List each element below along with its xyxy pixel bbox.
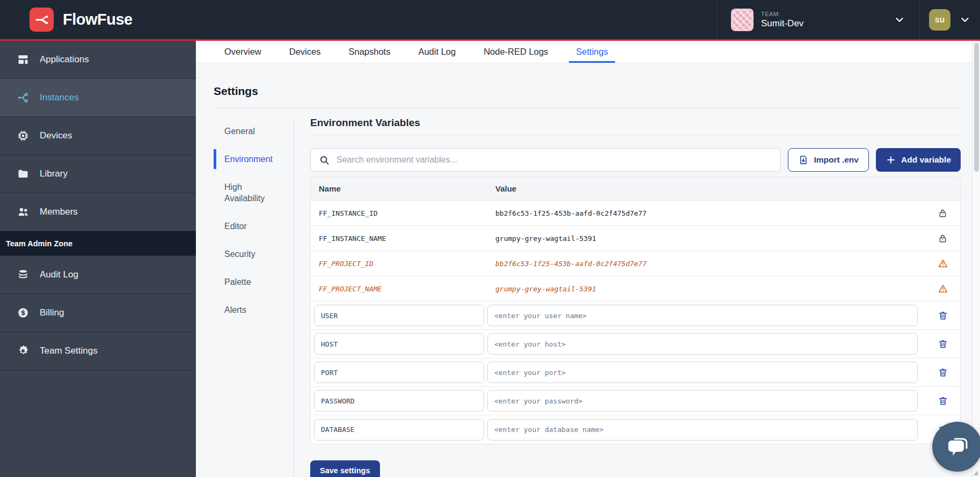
chip-icon: [17, 129, 30, 142]
settings-nav-alerts[interactable]: Alerts: [214, 304, 294, 315]
svg-text:$: $: [21, 309, 26, 317]
team-avatar: [731, 9, 754, 31]
env-name-input[interactable]: [314, 333, 484, 355]
database-icon: [17, 268, 30, 281]
brand[interactable]: FlowFuse: [0, 8, 133, 32]
brand-name: FlowFuse: [63, 11, 133, 28]
dollar-icon: $: [17, 306, 30, 319]
trash-icon: [938, 339, 948, 349]
column-header-name: Name: [311, 184, 487, 193]
tab-overview[interactable]: Overview: [217, 41, 268, 63]
active-indicator: [214, 149, 216, 169]
search-input[interactable]: [311, 149, 780, 171]
plus-icon: [886, 155, 896, 165]
import-env-button[interactable]: Import .env: [788, 148, 869, 172]
applications-icon: [17, 53, 30, 66]
table-row: [311, 330, 960, 358]
scrollbar[interactable]: [972, 41, 980, 477]
delete-variable-button[interactable]: [935, 336, 951, 352]
table-row: FF_PROJECT_NAME grumpy-grey-wagtail-5391: [311, 276, 960, 302]
sidebar-item-instances[interactable]: Instances: [0, 79, 196, 117]
divider: [310, 135, 961, 135]
scrollbar-thumb[interactable]: [974, 43, 979, 172]
instances-icon: [17, 91, 30, 104]
env-toolbar: Import .env Add variable: [310, 148, 961, 172]
chevron-down-icon: [959, 14, 971, 26]
folder-icon: [17, 167, 30, 180]
user-avatar: su: [929, 9, 950, 31]
settings-nav: General Environment High Availability Ed…: [214, 117, 294, 477]
env-value-input[interactable]: [487, 305, 918, 326]
table-row: FF_INSTANCE_NAME grumpy-grey-wagtail-539…: [311, 226, 960, 251]
table-row: FF_PROJECT_ID bb2f6c53-1f25-453b-aafd-0c…: [311, 251, 960, 276]
settings-nav-high-availability[interactable]: High Availability: [214, 181, 283, 204]
env-name-input[interactable]: [314, 362, 484, 383]
import-file-icon: [798, 155, 809, 165]
top-bar: FlowFuse TEAM: Sumit-Dev su: [0, 0, 980, 39]
settings-nav-palette[interactable]: Palette: [214, 276, 294, 288]
env-value-input[interactable]: [487, 333, 918, 355]
column-header-value: Value: [487, 184, 925, 193]
panel-title: Environment Variables: [310, 117, 961, 129]
team-selector[interactable]: TEAM: Sumit-Dev: [717, 0, 919, 39]
env-name-input[interactable]: [314, 305, 484, 326]
env-name-input[interactable]: [314, 390, 484, 412]
user-menu[interactable]: su: [920, 0, 980, 39]
chat-bubble-icon: [945, 434, 970, 460]
sidebar-item-billing[interactable]: $ Billing: [0, 294, 196, 332]
lock-icon: [938, 208, 948, 218]
sidebar-item-library[interactable]: Library: [0, 155, 196, 193]
warning-icon: [938, 258, 948, 269]
sidebar-item-devices[interactable]: Devices: [0, 117, 196, 155]
delete-variable-button[interactable]: [935, 393, 951, 409]
add-variable-button[interactable]: Add variable: [876, 148, 961, 172]
environment-variables-panel: Environment Variables Import .env Add va…: [310, 117, 961, 477]
team-name: Sumit-Dev: [761, 18, 886, 29]
users-icon: [17, 206, 30, 218]
delete-variable-button[interactable]: [935, 364, 951, 380]
save-settings-button[interactable]: Save settings: [310, 460, 380, 477]
team-admin-zone-label: Team Admin Zone: [0, 231, 196, 256]
tab-settings[interactable]: Settings: [569, 41, 615, 63]
tab-devices[interactable]: Devices: [282, 41, 328, 63]
search-box: [310, 148, 781, 172]
env-value-input[interactable]: [487, 390, 918, 412]
table-row: [311, 387, 960, 415]
sidebar-item-applications[interactable]: Applications: [0, 41, 196, 79]
settings-nav-environment[interactable]: Environment: [214, 153, 294, 165]
delete-variable-button[interactable]: [935, 307, 951, 324]
settings-nav-editor[interactable]: Editor: [214, 221, 294, 232]
chevron-down-icon: [894, 14, 905, 26]
tab-node-red-logs[interactable]: Node-RED Logs: [477, 41, 555, 63]
warning-icon: [938, 283, 948, 294]
sidebar-item-audit-log[interactable]: Audit Log: [0, 256, 196, 294]
flowfuse-logo-icon: [30, 8, 54, 32]
table-row: [311, 302, 960, 330]
env-name-input[interactable]: [314, 419, 484, 441]
main-area: Overview Devices Snapshots Audit Log Nod…: [196, 41, 980, 477]
env-value-input[interactable]: [487, 419, 918, 441]
sidebar-item-team-settings[interactable]: Team Settings: [0, 332, 196, 370]
table-header: Name Value: [311, 177, 960, 201]
search-icon: [319, 155, 330, 166]
instance-tabs: Overview Devices Snapshots Audit Log Nod…: [196, 41, 980, 63]
trash-icon: [938, 395, 948, 406]
sidebar: Applications Instances Devices Library M…: [0, 41, 196, 477]
trash-icon: [938, 310, 948, 321]
brand-accent-line: [0, 39, 980, 41]
tab-audit-log[interactable]: Audit Log: [411, 41, 463, 63]
page-title: Settings: [214, 85, 961, 98]
resize-handle-icon: [973, 471, 978, 475]
divider: [214, 108, 961, 108]
env-value-input[interactable]: [487, 362, 918, 383]
trash-icon: [938, 367, 948, 378]
lock-icon: [938, 233, 948, 244]
table-row: [311, 358, 960, 387]
settings-nav-security[interactable]: Security: [214, 248, 294, 260]
settings-page: Settings General Environment High Availa…: [196, 63, 980, 477]
chat-launcher-button[interactable]: [932, 422, 980, 472]
settings-nav-general[interactable]: General: [214, 126, 294, 137]
tab-snapshots[interactable]: Snapshots: [341, 41, 397, 63]
sidebar-item-members[interactable]: Members: [0, 193, 196, 231]
table-row: FF_INSTANCE_ID bb2f6c53-1f25-453b-aafd-0…: [311, 201, 960, 226]
